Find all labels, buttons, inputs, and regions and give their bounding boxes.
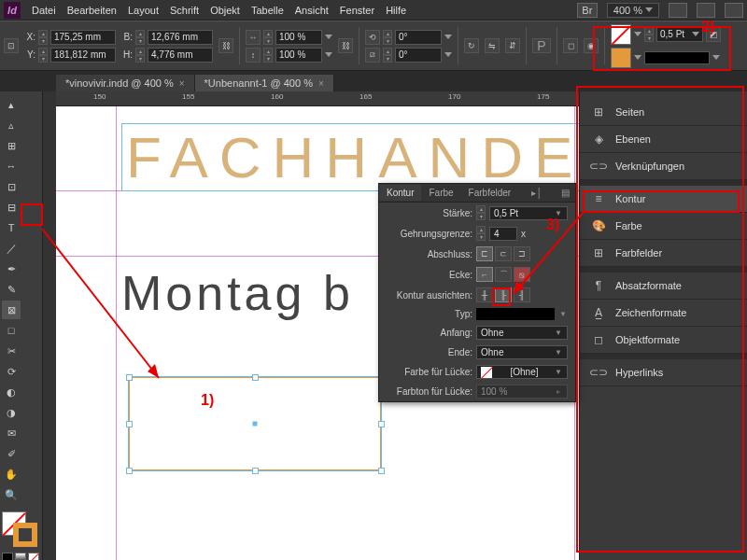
direct-selection-tool-icon[interactable]: ▵: [2, 116, 21, 134]
end-dropdown[interactable]: Ohne▼: [476, 345, 568, 359]
scale-y-input[interactable]: 100 %: [275, 48, 322, 63]
color-tab[interactable]: Farbe: [421, 185, 460, 201]
rectangle-frame-tool-icon[interactable]: ⊠: [2, 301, 21, 319]
cap-projecting-icon[interactable]: ⊐: [514, 246, 530, 261]
constrain-icon[interactable]: ⛓: [218, 38, 233, 53]
rectangle-tool-icon[interactable]: □: [2, 321, 21, 340]
join-round-icon[interactable]: ⌒: [495, 267, 512, 282]
subheading-text-frame[interactable]: Montag b: [121, 265, 354, 321]
start-dropdown[interactable]: Ohne▼: [476, 326, 568, 340]
swatches-tab[interactable]: Farbfelder: [461, 185, 519, 201]
content-placer-icon[interactable]: ⊟: [2, 198, 21, 217]
join-miter-icon[interactable]: ⌐: [476, 267, 493, 282]
w-input[interactable]: 12,676 mm: [148, 30, 213, 45]
cap-round-icon[interactable]: ⊂: [495, 246, 512, 261]
select-container-icon[interactable]: ◻: [563, 38, 578, 53]
align-inside-icon[interactable]: ╟: [495, 287, 512, 302]
scale-x-input[interactable]: 100 %: [275, 30, 322, 45]
fill-swatch[interactable]: [611, 24, 631, 45]
bridge-button[interactable]: Br: [577, 3, 598, 18]
apply-gradient-icon[interactable]: [15, 553, 26, 560]
panel-hyperlinks[interactable]: ⊂⊃Hyperlinks: [580, 359, 747, 386]
close-icon[interactable]: ×: [179, 78, 185, 89]
zoom-dropdown[interactable]: 400 %: [607, 3, 659, 18]
content-collector-icon[interactable]: ⊡: [2, 177, 21, 196]
fill-stroke-swatches[interactable]: [2, 511, 39, 549]
panel-pages[interactable]: ⊞Seiten: [580, 99, 747, 126]
panel-layers[interactable]: ◈Ebenen: [580, 126, 747, 153]
align-outside-icon[interactable]: ╢: [514, 287, 530, 302]
panel-color[interactable]: 🎨Farbe: [580, 213, 747, 240]
gradient-swatch-tool-icon[interactable]: ◐: [2, 383, 21, 401]
panel-obj-styles[interactable]: ◻Objektformate: [580, 327, 747, 354]
selected-rectangle[interactable]: [129, 377, 381, 470]
selection-tool-icon[interactable]: ▴: [2, 95, 21, 114]
stroke-tab[interactable]: Kontur: [379, 185, 421, 201]
panel-links[interactable]: ⊂⊃Verknüpfungen: [580, 153, 747, 180]
y-label: Y:: [24, 49, 35, 60]
apply-color-icon[interactable]: [2, 553, 13, 560]
stroke-swatch[interactable]: [611, 48, 631, 68]
flip-h-icon[interactable]: ⇋: [485, 38, 500, 53]
stroke-icon: ≡: [591, 192, 606, 205]
close-icon[interactable]: ×: [318, 78, 324, 89]
paragraph-icon[interactable]: P: [532, 38, 551, 53]
line-tool-icon[interactable]: ／: [2, 239, 21, 258]
panel-char-styles[interactable]: A̲Zeichenformate: [580, 300, 747, 327]
pencil-tool-icon[interactable]: ✎: [2, 280, 21, 299]
corner-options-icon[interactable]: ◩: [706, 27, 721, 42]
gradient-feather-tool-icon[interactable]: ◑: [2, 403, 21, 422]
gap-color-dropdown[interactable]: [Ohne]▼: [476, 365, 568, 379]
menu-type[interactable]: Schrift: [170, 5, 199, 16]
h-input[interactable]: 4,776 mm: [148, 48, 213, 63]
rotate-cw-icon[interactable]: ↻: [464, 38, 479, 53]
collapse-icon[interactable]: ▸│: [526, 188, 547, 198]
stroke-style-preview[interactable]: [644, 51, 710, 64]
join-bevel-icon[interactable]: ⧅: [514, 267, 530, 282]
eyedropper-tool-icon[interactable]: ✐: [2, 444, 21, 463]
gap-tool-icon[interactable]: ↔: [2, 157, 21, 175]
apply-none-icon[interactable]: [28, 553, 39, 560]
constrain-scale-icon[interactable]: ⛓: [338, 38, 353, 53]
menu-window[interactable]: Fenster: [340, 5, 374, 16]
stroke-weight-input[interactable]: 0,5 Pt: [656, 27, 703, 42]
document-tab-2[interactable]: *Unbenannt-1 @ 400 %×: [195, 75, 334, 91]
weight-input[interactable]: 0,5 Pt▼: [489, 206, 568, 220]
menu-layout[interactable]: Layout: [128, 5, 159, 16]
flip-v-icon[interactable]: ⇵: [505, 38, 520, 53]
y-input[interactable]: 181,812 mm: [50, 48, 116, 63]
reference-point-icon[interactable]: ⊡: [4, 38, 19, 53]
free-transform-tool-icon[interactable]: ⟳: [2, 362, 21, 381]
view-mode-icon[interactable]: [669, 3, 687, 18]
panel-menu-icon[interactable]: ▤: [556, 188, 575, 198]
page-tool-icon[interactable]: ⊞: [2, 136, 21, 155]
document-tab-1[interactable]: *vinovivir.indd @ 400 %×: [56, 75, 195, 91]
arrange-icon[interactable]: [725, 3, 743, 18]
zoom-tool-icon[interactable]: 🔍: [2, 485, 21, 504]
type-tool-icon[interactable]: T: [2, 218, 21, 237]
menu-view[interactable]: Ansicht: [295, 5, 329, 16]
scissors-tool-icon[interactable]: ✂: [2, 342, 21, 360]
menu-help[interactable]: Hilfe: [386, 5, 406, 16]
align-center-icon[interactable]: ╫: [476, 287, 493, 302]
rotate-input[interactable]: 0°: [395, 30, 442, 45]
menu-table[interactable]: Tabelle: [251, 5, 284, 16]
menu-edit[interactable]: Bearbeiten: [67, 5, 117, 16]
menu-object[interactable]: Objekt: [210, 5, 240, 16]
hand-tool-icon[interactable]: ✋: [2, 465, 21, 483]
panel-stroke[interactable]: ≡Kontur: [580, 186, 747, 213]
select-content-icon[interactable]: ◉: [584, 38, 599, 53]
pen-tool-icon[interactable]: ✒: [2, 259, 21, 278]
screen-mode-icon[interactable]: [697, 3, 715, 18]
heading-text-frame[interactable]: FACHHANDE: [121, 123, 579, 191]
panel-swatches[interactable]: ⊞Farbfelder: [580, 240, 747, 267]
note-tool-icon[interactable]: ✉: [2, 424, 21, 442]
stroke-type-dropdown[interactable]: [476, 308, 555, 320]
menu-file[interactable]: Datei: [32, 5, 56, 16]
cap-butt-icon[interactable]: ⊏: [476, 246, 493, 261]
x-input[interactable]: 175,25 mm: [50, 30, 116, 45]
shear-input[interactable]: 0°: [395, 48, 442, 63]
join-label: Ecke:: [387, 270, 472, 280]
panel-para-styles[interactable]: ¶Absatzformate: [580, 273, 747, 300]
miter-input[interactable]: 4: [489, 227, 517, 241]
